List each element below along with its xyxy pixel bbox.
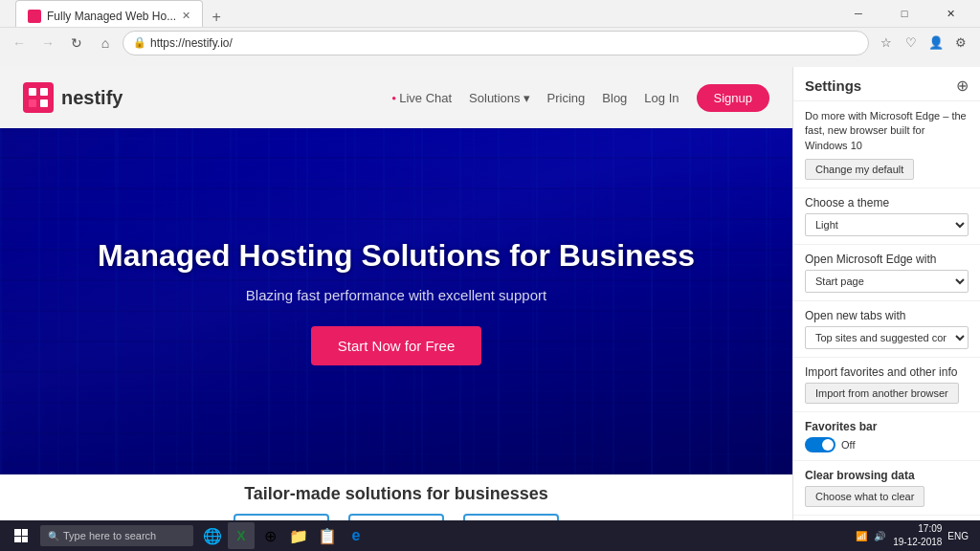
account-icon[interactable]: 👤: [924, 32, 947, 55]
signup-button[interactable]: Signup: [697, 84, 769, 112]
tab-title: Fully Managed Web Ho...: [47, 10, 176, 23]
star-icon[interactable]: ☆: [875, 32, 898, 55]
favorites-bar-title: Favorites bar: [805, 420, 969, 433]
home-button[interactable]: ⌂: [94, 32, 117, 55]
settings-icon[interactable]: ⚙: [949, 32, 972, 55]
taskbar-icon-folder[interactable]: 📁: [285, 522, 312, 549]
close-button[interactable]: ✕: [928, 0, 972, 27]
svg-rect-4: [40, 99, 48, 107]
settings-clear-section: Clear browsing data Choose what to clear: [793, 461, 980, 516]
logo-icon: [23, 82, 54, 113]
svg-rect-3: [29, 99, 36, 107]
import-label: Import favorites and other info: [805, 365, 969, 379]
settings-promo-section: Do more with Microsoft Edge – the fast, …: [793, 101, 980, 188]
taskbar-icon-excel[interactable]: X: [228, 522, 255, 549]
settings-new-tab-section: Open new tabs with Top sites and suggest…: [793, 301, 980, 358]
taskbar-app-icons: 🌐 X ⊕ 📁 📋 e: [199, 522, 369, 549]
lock-icon: 🔒: [133, 36, 146, 49]
pricing-link[interactable]: Pricing: [547, 91, 586, 105]
settings-theme-section: Choose a theme Light Dark: [793, 188, 980, 245]
forward-button[interactable]: →: [36, 32, 59, 55]
toggle-knob: [822, 439, 834, 451]
toolbar-icons: ☆ ♡ 👤 ⚙: [875, 32, 972, 55]
favorites-icon[interactable]: ♡: [900, 32, 923, 55]
favorites-bar-toggle[interactable]: [805, 437, 835, 452]
solutions-dropdown-icon: ▾: [523, 91, 530, 105]
settings-open-with-section: Open Microsoft Edge with Start page: [793, 245, 980, 301]
network-icon[interactable]: 📶: [854, 528, 869, 543]
settings-header: Settings ⊕: [793, 67, 980, 101]
site-navbar: nestify ● Live Chat Solutions ▾ Pricing …: [0, 67, 792, 128]
site-logo: nestify: [23, 82, 122, 113]
taskbar: 🔍 Type here to search 🌐 X ⊕ 📁 📋 e 📶 🔊 17…: [0, 520, 980, 551]
open-with-label: Open Microsoft Edge with: [805, 253, 969, 266]
below-hero-title: Tailor-made solutions for businesses: [244, 484, 548, 504]
title-bar: Fully Managed Web Ho... ✕ + ─ □ ✕: [0, 0, 980, 27]
taskbar-icon-chrome[interactable]: ⊕: [256, 522, 283, 549]
taskbar-right-area: 📶 🔊 17:09 19-12-2018 ENG: [854, 522, 976, 549]
open-with-select[interactable]: Start page: [805, 270, 969, 293]
theme-label: Choose a theme: [805, 196, 969, 209]
minimize-button[interactable]: ─: [836, 0, 880, 27]
clock-date: 19-12-2018: [893, 536, 942, 549]
settings-panel: Settings ⊕ Do more with Microsoft Edge –…: [792, 67, 980, 551]
system-tray-icons: 📶 🔊: [854, 528, 887, 543]
logo-text: nestify: [61, 87, 122, 109]
tab-favicon: [28, 10, 41, 23]
new-tab-select[interactable]: Top sites and suggested content: [805, 326, 969, 349]
change-default-button[interactable]: Change my default: [805, 159, 914, 180]
browser-chrome: Fully Managed Web Ho... ✕ + ─ □ ✕ ← → ↻ …: [0, 0, 980, 67]
settings-import-section: Import favorites and other info Import f…: [793, 358, 980, 412]
main-layout: nestify ● Live Chat Solutions ▾ Pricing …: [0, 67, 980, 551]
settings-panel-title: Settings: [805, 77, 861, 94]
settings-promo-text: Do more with Microsoft Edge – the fast, …: [805, 109, 969, 153]
taskbar-search[interactable]: 🔍 Type here to search: [40, 525, 193, 546]
hero-subtitle: Blazing fast performance with excellent …: [98, 287, 695, 303]
import-button[interactable]: Import from another browser: [805, 383, 959, 404]
svg-rect-0: [23, 82, 54, 113]
blog-link[interactable]: Blog: [602, 91, 627, 105]
hero-title: Managed Hosting Solutions for Business: [98, 238, 695, 274]
hero-cta-button[interactable]: Start Now for Free: [311, 326, 482, 365]
windows-icon: [14, 529, 28, 542]
hero-section: Managed Hosting Solutions for Business B…: [0, 128, 792, 474]
favorites-bar-toggle-row: Off: [805, 437, 969, 452]
language-indicator: ENG: [947, 531, 969, 541]
time-display[interactable]: 17:09 19-12-2018: [893, 522, 942, 549]
back-button[interactable]: ←: [8, 32, 31, 55]
maximize-button[interactable]: □: [882, 0, 926, 27]
url-bar[interactable]: 🔒 https://nestify.io/: [122, 31, 869, 55]
taskbar-icon-app5[interactable]: 📋: [314, 522, 341, 549]
settings-expand-button[interactable]: ⊕: [956, 77, 969, 95]
window-controls: ─ □ ✕: [836, 0, 972, 27]
start-button[interactable]: [4, 522, 38, 549]
address-bar: ← → ↻ ⌂ 🔒 https://nestify.io/ ☆ ♡ 👤 ⚙: [0, 27, 980, 57]
settings-favorites-section: Favorites bar Off: [793, 412, 980, 461]
live-chat-dot-icon: ●: [391, 94, 396, 102]
new-tab-label: Open new tabs with: [805, 309, 969, 322]
website-content: nestify ● Live Chat Solutions ▾ Pricing …: [0, 67, 792, 551]
nav-links: ● Live Chat Solutions ▾ Pricing Blog Log…: [391, 84, 769, 112]
svg-rect-2: [40, 88, 48, 96]
clear-browsing-button[interactable]: Choose what to clear: [805, 486, 924, 507]
refresh-button[interactable]: ↻: [65, 32, 88, 55]
url-text: https://nestify.io/: [150, 36, 233, 50]
login-link[interactable]: Log In: [644, 91, 679, 105]
live-chat-link[interactable]: ● Live Chat: [391, 91, 452, 105]
clock-time: 17:09: [893, 522, 942, 536]
svg-rect-1: [29, 88, 36, 96]
hero-content: Managed Hosting Solutions for Business B…: [78, 238, 714, 365]
solutions-link[interactable]: Solutions ▾: [469, 91, 529, 105]
clear-browsing-title: Clear browsing data: [805, 469, 969, 482]
volume-icon[interactable]: 🔊: [872, 528, 887, 543]
theme-select[interactable]: Light Dark: [805, 213, 969, 236]
taskbar-icon-edge2[interactable]: e: [343, 522, 369, 549]
taskbar-icon-edge[interactable]: 🌐: [199, 522, 226, 549]
favorites-bar-toggle-label: Off: [841, 439, 855, 451]
tab-close-btn[interactable]: ✕: [182, 10, 190, 22]
taskbar-search-placeholder: Type here to search: [63, 530, 156, 541]
